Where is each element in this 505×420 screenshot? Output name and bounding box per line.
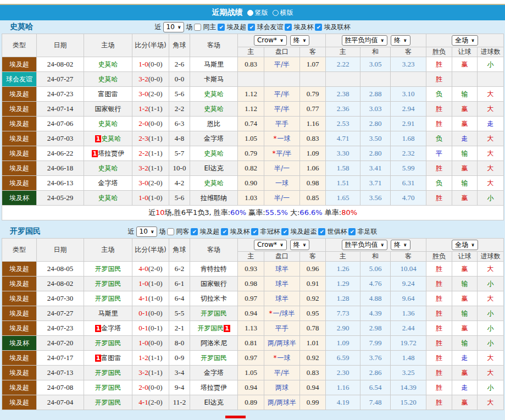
col-result-goals: 进球数 — [478, 252, 504, 262]
away-odds: 1.01 — [300, 336, 326, 351]
corner-score: 4-2 — [169, 176, 190, 191]
scope-select[interactable]: 全场∨ — [452, 240, 478, 250]
mean-lose: 2.32 — [391, 146, 426, 161]
near-label: 近 — [128, 227, 135, 236]
col-corner: 角球 — [169, 239, 190, 262]
match-date: 24-07-08 — [37, 380, 84, 395]
league-filter-checkbox[interactable]: ✔ — [315, 24, 322, 31]
league-badge: 埃及超 — [2, 291, 37, 306]
away-odds: 0.83 — [300, 366, 326, 380]
away-team-name: 开罗国民 — [201, 354, 227, 362]
odds-final-select-value: 终 — [293, 240, 300, 250]
table-row: 埃及超24-07-031史莫哈2-3(1-1)4-8金字塔1.05*一球0.83… — [2, 131, 504, 146]
away-team-name: 史莫哈 — [204, 179, 224, 187]
handicap-value: 平/半 — [274, 60, 290, 68]
mean-draw: 3.71 — [360, 176, 391, 191]
mean-draw: 2.80 — [360, 117, 391, 131]
summary-segment: 大: — [288, 208, 300, 217]
league-filter-checkbox[interactable]: ✔ — [318, 228, 325, 235]
col-result-wdl: 胜负 — [426, 252, 452, 262]
league-filter-checkbox[interactable]: ✔ — [191, 228, 198, 235]
league-badge: 埃及超 — [2, 380, 37, 395]
home-team: 开罗国民 — [84, 395, 132, 410]
chevron-down-icon: ∨ — [151, 229, 154, 234]
home-odds: 0.79 — [238, 146, 264, 161]
result-handicap: 赢 — [452, 262, 478, 277]
rank-badge: 1 — [95, 355, 102, 362]
mean-win: 2.90 — [326, 321, 360, 336]
result-wdl: 胜 — [426, 102, 452, 117]
league-filter-checkbox[interactable]: ✔ — [218, 24, 225, 31]
odds-final-select[interactable]: 终∨ — [290, 35, 310, 46]
matches-count-select[interactable]: 10∨ — [136, 226, 158, 237]
result-handicap: 走 — [452, 380, 478, 395]
scope-select-value: 全场 — [455, 240, 468, 250]
odds-source-select[interactable]: Crow*∨ — [254, 240, 287, 250]
handicap: 半/一 — [264, 191, 300, 206]
handicap — [264, 72, 300, 87]
match-date: 24-07-27 — [37, 306, 84, 321]
half-time-score: (0-0) — [148, 75, 163, 83]
matches-count-select[interactable]: 10∨ — [163, 22, 185, 32]
same-venue-checkbox[interactable] — [194, 24, 201, 31]
mean-lose — [391, 72, 426, 87]
away-team-name: 塔拉贾伊 — [201, 384, 227, 391]
league-badge: 埃及杯 — [2, 336, 37, 351]
handicap-value: 半/一 — [274, 164, 290, 172]
league-filter-checkbox[interactable]: ✔ — [221, 228, 228, 235]
mean-select[interactable]: 胜平负均值∨ — [342, 240, 388, 250]
away-odds: 0.79 — [300, 87, 326, 102]
home-team: 金字塔 — [84, 176, 132, 191]
league-filter-checkbox[interactable]: ✔ — [348, 228, 356, 235]
result-handicap — [452, 72, 478, 87]
league-filter-label: 球会友谊 — [257, 23, 283, 32]
summary-segment: 80% — [341, 208, 357, 217]
corner-score: 11-2 — [169, 395, 190, 410]
chevron-down-icon: ∨ — [471, 38, 475, 43]
mean-win — [326, 72, 360, 87]
half-time-score: (1-0) — [148, 279, 163, 288]
result-wdl: 胜 — [426, 366, 452, 380]
rank-badge: 1 — [95, 325, 102, 332]
mean-win: 2.53 — [326, 117, 360, 131]
full-time-score: 2-3 — [138, 134, 148, 142]
mean-final-select[interactable]: 终∨ — [391, 35, 410, 46]
league-filter-checkbox[interactable]: ✔ — [251, 228, 258, 235]
col-handicap: 盘口 — [264, 47, 300, 57]
partial-summary-red-bar — [225, 416, 246, 418]
result-handicap: 走 — [452, 131, 478, 146]
odds-final-select[interactable]: 终∨ — [290, 240, 310, 250]
radio-selected-icon[interactable] — [247, 10, 253, 16]
league-filter-checkbox[interactable]: ✔ — [281, 228, 288, 235]
mean-select-value: 胜平负均值 — [345, 240, 378, 250]
scope-select[interactable]: 全场∨ — [452, 35, 478, 46]
odds-source-select[interactable]: Crow*∨ — [254, 35, 287, 46]
result-handicap: 输 — [452, 336, 478, 351]
league-filter-checkbox[interactable]: ✔ — [285, 24, 292, 31]
table-row: 埃及超24-08-05开罗国民4-0(2-0)6-2肯特拉特0.93球半0.96… — [2, 262, 504, 277]
summary-segment: 55.5% — [265, 208, 288, 217]
mean-select[interactable]: 胜平负均值∨ — [342, 35, 388, 46]
result-goals: 大 — [478, 366, 504, 380]
layout-radio-horizontal[interactable]: 横版 — [273, 8, 293, 18]
mean-win: 2.22 — [326, 57, 360, 72]
radio-unselected-icon[interactable] — [273, 10, 279, 16]
handicap: 两球 — [264, 380, 300, 395]
layout-radio-vertical[interactable]: 竖版 — [247, 8, 268, 18]
away-team-name: 史莫哈 — [204, 150, 224, 157]
result-wdl: 胜 — [426, 57, 452, 72]
result-goals: 大 — [478, 146, 504, 161]
same-venue-checkbox[interactable] — [167, 228, 174, 235]
result-handicap: 赢 — [452, 291, 478, 306]
corner-score: 2-1 — [169, 321, 190, 336]
away-team: 史莫哈 — [190, 146, 238, 161]
league-filter-checkbox[interactable]: ✔ — [248, 24, 255, 31]
away-team: 阿洛米尼 — [190, 336, 238, 351]
full-time-score: 1-0 — [138, 339, 148, 347]
near-label: 近 — [155, 23, 162, 32]
away-team: 金字塔 — [190, 366, 238, 380]
col-corner: 角球 — [169, 34, 190, 57]
mean-final-select[interactable]: 终∨ — [391, 240, 410, 250]
handicap-value: 球半 — [275, 280, 288, 288]
mean-draw: 7.48 — [360, 395, 391, 410]
